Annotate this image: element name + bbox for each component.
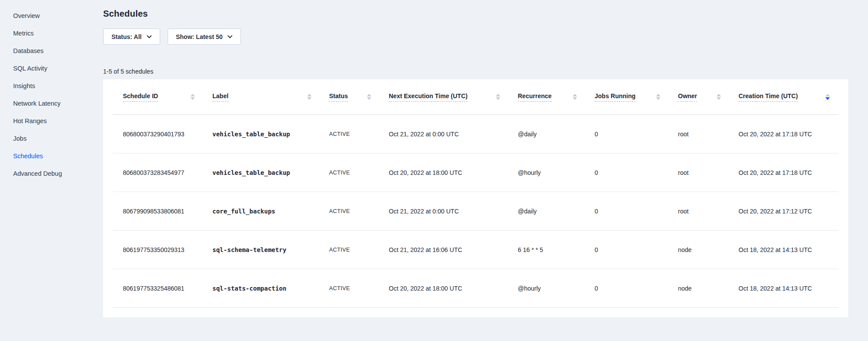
cell-creation-time: Oct 20, 2022 at 17:18 UTC (739, 153, 839, 192)
sort-caret-icon (656, 94, 660, 100)
cell-jobs-running: 0 (595, 153, 678, 192)
main-content: Schedules Status: All Show: Latest 50 1-… (103, 0, 868, 317)
column-header-jobs-running[interactable]: Jobs Running (595, 79, 678, 115)
cell-jobs-running: 0 (595, 269, 678, 308)
cell-schedule-id: 806799098533806081 (113, 192, 212, 231)
cell-next-execution: Oct 21, 2022 at 0:00 UTC (389, 192, 518, 231)
status-filter-label: Status: All (111, 33, 142, 40)
filter-bar: Status: All Show: Latest 50 (103, 28, 848, 45)
sort-caret-icon-active-desc (825, 94, 830, 100)
sort-caret-icon (573, 94, 577, 100)
cell-jobs-running: 0 (595, 115, 678, 153)
cell-status: ACTIVE (329, 269, 389, 308)
cell-recurrence: @hourly (518, 153, 595, 192)
table-row: 806799098533806081 core_full_backups ACT… (113, 192, 839, 231)
cell-creation-time: Oct 20, 2022 at 17:12 UTC (739, 192, 839, 231)
sidebar-item-insights[interactable]: Insights (0, 77, 103, 95)
chevron-down-icon (147, 35, 152, 39)
cell-recurrence: @hourly (518, 269, 595, 308)
sidebar-item-databases[interactable]: Databases (0, 42, 103, 60)
column-header-creation-time[interactable]: Creation Time (UTC) (739, 79, 839, 115)
column-header-owner[interactable]: Owner (678, 79, 739, 115)
cell-status: ACTIVE (329, 231, 389, 269)
cell-owner: node (678, 231, 739, 269)
sidebar-item-sql-activity[interactable]: SQL Activity (0, 60, 103, 77)
cell-owner: node (678, 269, 739, 308)
sidebar-item-schedules[interactable]: Schedules (0, 147, 103, 165)
cell-schedule-id: 806197753325486081 (113, 269, 212, 308)
sort-caret-icon (717, 94, 721, 100)
cell-creation-time: Oct 20, 2022 at 17:18 UTC (739, 115, 839, 153)
sidebar-item-hot-ranges[interactable]: Hot Ranges (0, 112, 103, 130)
cell-label: vehicles_table_backup (212, 153, 329, 192)
cell-status: ACTIVE (329, 115, 389, 153)
cell-recurrence: @daily (518, 115, 595, 153)
cell-next-execution: Oct 21, 2022 at 16:06 UTC (389, 231, 518, 269)
column-header-recurrence[interactable]: Recurrence (518, 79, 595, 115)
cell-creation-time: Oct 18, 2022 at 14:13 UTC (739, 269, 839, 308)
cell-schedule-id: 806197753350029313 (113, 231, 212, 269)
cell-status: ACTIVE (329, 153, 389, 192)
cell-label: core_full_backups (212, 192, 329, 231)
sort-caret-icon (190, 94, 195, 100)
sort-caret-icon (367, 94, 371, 100)
cell-owner: root (678, 192, 739, 231)
results-summary: 1-5 of 5 schedules (103, 68, 848, 75)
cell-schedule-id: 806800373283454977 (113, 153, 212, 192)
column-header-next-execution-time[interactable]: Next Execution Time (UTC) (389, 79, 518, 115)
cell-next-execution: Oct 21, 2022 at 0:00 UTC (389, 115, 518, 153)
cell-creation-time: Oct 18, 2022 at 14:13 UTC (739, 231, 839, 269)
cell-label: sql-schema-telemetry (212, 231, 329, 269)
cell-status: ACTIVE (329, 192, 389, 231)
schedules-table: Schedule ID Label Status Next Execution … (113, 79, 839, 308)
show-filter-label: Show: Latest 50 (176, 33, 223, 40)
cell-owner: root (678, 153, 739, 192)
sidebar-item-jobs[interactable]: Jobs (0, 130, 103, 147)
column-header-schedule-id[interactable]: Schedule ID (113, 79, 212, 115)
table-row: 806800373290401793 vehicles_table_backup… (113, 115, 839, 153)
chevron-down-icon (227, 35, 233, 39)
cell-jobs-running: 0 (595, 192, 678, 231)
sidebar: Overview Metrics Databases SQL Activity … (0, 0, 103, 317)
page: Overview Metrics Databases SQL Activity … (0, 0, 868, 317)
cell-recurrence: @daily (518, 192, 595, 231)
sidebar-item-metrics[interactable]: Metrics (0, 25, 103, 42)
table-row: 806800373283454977 vehicles_table_backup… (113, 153, 839, 192)
sort-caret-icon (496, 94, 500, 100)
sidebar-item-advanced-debug[interactable]: Advanced Debug (0, 165, 103, 182)
cell-label: vehicles_table_backup (212, 115, 329, 153)
table-header-row: Schedule ID Label Status Next Execution … (113, 79, 839, 115)
sort-caret-icon (307, 94, 312, 100)
cell-schedule-id: 806800373290401793 (113, 115, 212, 153)
page-title: Schedules (103, 9, 848, 19)
cell-next-execution: Oct 20, 2022 at 18:00 UTC (389, 269, 518, 308)
cell-next-execution: Oct 20, 2022 at 18:00 UTC (389, 153, 518, 192)
column-header-label[interactable]: Label (212, 79, 329, 115)
schedules-table-card: Schedule ID Label Status Next Execution … (103, 79, 848, 317)
table-row: 806197753325486081 sql-stats-compaction … (113, 269, 839, 308)
sidebar-item-overview[interactable]: Overview (0, 7, 103, 25)
sidebar-item-network-latency[interactable]: Network Latency (0, 95, 103, 112)
cell-jobs-running: 0 (595, 231, 678, 269)
status-filter-dropdown[interactable]: Status: All (103, 28, 160, 45)
cell-recurrence: 6 16 * * 5 (518, 231, 595, 269)
cell-label: sql-stats-compaction (212, 269, 329, 308)
table-row: 806197753350029313 sql-schema-telemetry … (113, 231, 839, 269)
column-header-status[interactable]: Status (329, 79, 389, 115)
show-filter-dropdown[interactable]: Show: Latest 50 (168, 28, 241, 45)
cell-owner: root (678, 115, 739, 153)
